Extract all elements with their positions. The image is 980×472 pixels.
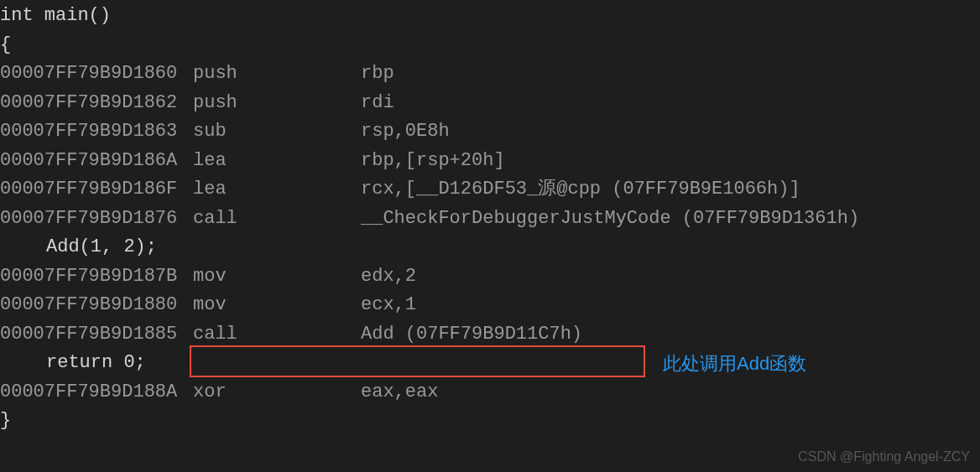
asm-address: 00007FF79B9D186A	[0, 147, 193, 176]
asm-address: 00007FF79B9D1880	[0, 291, 193, 320]
asm-operand: rcx,[__D126DF53_源@cpp (07FF79B9E1066h)]	[361, 175, 800, 205]
asm-opcode: lea	[193, 175, 361, 205]
asm-opcode: sub	[193, 117, 361, 147]
asm-opcode: mov	[193, 262, 361, 292]
asm-address: 00007FF79B9D1863	[0, 117, 193, 147]
asm-line: 00007FF79B9D1860pushrbp	[0, 60, 980, 89]
asm-opcode: call	[193, 320, 361, 350]
asm-address: 00007FF79B9D188A	[0, 378, 193, 407]
asm-line: 00007FF79B9D186Alearbp,[rsp+20h]	[0, 147, 980, 176]
asm-line: 00007FF79B9D186Flearcx,[__D126DF53_源@cpp…	[0, 175, 980, 205]
asm-line: 00007FF79B9D1880movecx,1	[0, 291, 980, 320]
source-call-add: Add(1, 2);	[0, 233, 980, 262]
asm-address: 00007FF79B9D186F	[0, 175, 193, 205]
asm-address: 00007FF79B9D187B	[0, 262, 193, 292]
watermark: CSDN @Fighting Angel-ZCY	[798, 446, 970, 467]
asm-operand: rbp	[361, 60, 394, 89]
source-open-brace: {	[0, 31, 980, 60]
asm-address: 00007FF79B9D1876	[0, 205, 193, 234]
asm-line-highlighted: 00007FF79B9D1885callAdd (07FF79B9D11C7h)	[0, 320, 980, 350]
asm-address: 00007FF79B9D1860	[0, 60, 193, 89]
asm-operand: rsp,0E8h	[361, 117, 450, 147]
annotation-text: 此处调用Add函数	[663, 350, 806, 379]
source-return: return 0;	[0, 349, 980, 378]
asm-opcode: push	[193, 89, 361, 118]
asm-operand: rdi	[361, 89, 394, 118]
asm-address: 00007FF79B9D1862	[0, 89, 193, 118]
asm-operand: __CheckForDebuggerJustMyCode (07FF79B9D1…	[361, 205, 859, 234]
asm-opcode: xor	[193, 378, 361, 407]
asm-opcode: call	[193, 205, 361, 234]
asm-opcode: push	[193, 60, 361, 89]
asm-line: 00007FF79B9D1863subrsp,0E8h	[0, 117, 980, 147]
asm-address: 00007FF79B9D1885	[0, 320, 193, 350]
asm-line: 00007FF79B9D188Axoreax,eax	[0, 378, 980, 407]
source-close-brace: }	[0, 407, 980, 436]
asm-operand: Add (07FF79B9D11C7h)	[361, 320, 582, 350]
asm-opcode: mov	[193, 291, 361, 320]
asm-line: 00007FF79B9D187Bmovedx,2	[0, 262, 980, 292]
asm-opcode: lea	[193, 147, 361, 176]
asm-operand: eax,eax	[361, 378, 438, 407]
asm-line: 00007FF79B9D1876call__CheckForDebuggerJu…	[0, 205, 980, 234]
asm-line: 00007FF79B9D1862pushrdi	[0, 89, 980, 118]
asm-operand: rbp,[rsp+20h]	[361, 147, 505, 176]
asm-operand: edx,2	[361, 262, 416, 292]
source-func-decl: int main()	[0, 2, 980, 31]
asm-operand: ecx,1	[361, 291, 416, 320]
